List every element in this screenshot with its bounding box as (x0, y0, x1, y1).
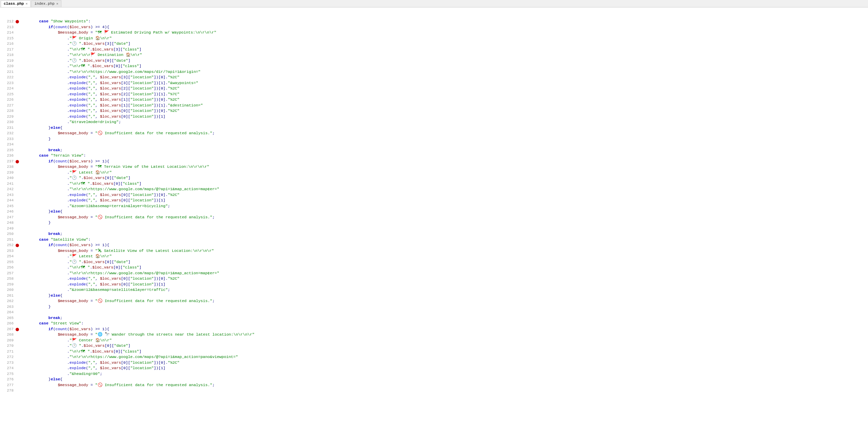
code-line-237: 237 if(count($loc_vars) >= 1){ (3, 159, 868, 164)
code-line-235: 235 break; (3, 147, 868, 153)
line-number: 242 (3, 186, 14, 192)
line-number: 219 (3, 58, 14, 64)
code-line-224: 224 .explode(",", $loc_vars[2]["location… (3, 86, 868, 92)
tab-close-class[interactable]: ✕ (25, 2, 27, 6)
code-content: .explode(",", $loc_vars[3]["location"])[… (20, 80, 868, 86)
code-line-214: 214 $message_body = "🗺 🚩 Estimated Drivi… (3, 30, 868, 36)
code-line-213: 213 if(count($loc_vars) >= 4){ (3, 24, 868, 30)
line-number: 248 (3, 220, 14, 226)
line-number: 212 (3, 19, 14, 24)
code-line-233: 233 } (3, 136, 868, 142)
code-content: }else{ (20, 209, 868, 215)
line-number: 261 (3, 293, 14, 299)
code-line-244: 244 .explode(",", $loc_vars[0]["location… (3, 198, 868, 203)
code-line-228: 228 .explode(",", $loc_vars[0]["location… (3, 108, 868, 114)
breakpoint-cell[interactable] (16, 19, 20, 24)
line-number: 238 (3, 164, 14, 170)
line-number: 249 (3, 226, 14, 232)
code-line-251: 251 case "Satellite View": (3, 237, 868, 243)
code-content: ."🕐 ".$loc_vars[3]["date"] (20, 41, 868, 47)
code-content: break; (20, 147, 868, 153)
code-content: ."🕐 ".$loc_vars[0]["date"] (20, 175, 868, 181)
line-number: 234 (3, 142, 14, 147)
code-content: ."\n\r\n\r🚩 Destination 🏠\n\r" (20, 52, 868, 58)
tab-close-index[interactable]: ✕ (56, 2, 58, 6)
code-content: $message_body = "🚫 Insufficient data for… (20, 298, 868, 304)
line-number: 214 (3, 30, 14, 36)
code-line-243: 243 .explode(",", $loc_vars[0]["location… (3, 192, 868, 198)
line-number: 222 (3, 75, 14, 80)
code-line-252: 252 if(count($loc_vars) >= 1){ (3, 242, 868, 248)
line-number: 218 (3, 52, 14, 58)
breakpoint-dot (16, 20, 19, 23)
code-line-253: 253 $message_body = "🛰 Satellite View of… (3, 248, 868, 254)
code-line-273: 273 .explode(",", $loc_vars[0]["location… (3, 360, 868, 366)
line-number: 260 (3, 287, 14, 293)
line-number: 247 (3, 215, 14, 220)
line-number: 262 (3, 298, 14, 304)
line-number: 223 (3, 80, 14, 86)
line-number: 253 (3, 248, 14, 254)
code-line-262: 262 $message_body = "🚫 Insufficient data… (3, 298, 868, 304)
code-content: .explode(",", $loc_vars[0]["location"])[… (20, 198, 868, 203)
code-line-231: 231 }else{ (3, 125, 868, 131)
breakpoint-dot (16, 244, 19, 247)
code-content: .explode(",", $loc_vars[0]["location"])[… (20, 192, 868, 198)
line-number: 236 (3, 153, 14, 159)
line-number: 277 (3, 382, 14, 388)
line-number: 224 (3, 86, 14, 92)
code-line-266: 266 case "Street View": (3, 321, 868, 326)
code-content: ."\n\r🗺 ".$loc_vars[0]["class"] (20, 265, 868, 271)
code-content: ."\n\r\n\rhttps://www.google.com/maps/di… (20, 69, 868, 75)
code-line-254: 254 ."🚩 Latest 🏠\n\r" (3, 254, 868, 259)
code-content: ."&zoom=12&basemap=terrain&layer=bicycli… (20, 203, 868, 209)
line-number: 267 (3, 326, 14, 332)
line-number: 221 (3, 69, 14, 75)
tab-bar: class.php ✕ index.php ✕ (0, 0, 868, 7)
code-content: $message_body = "🚫 Insufficient data for… (20, 215, 868, 220)
code-line-223: 223 .explode(",", $loc_vars[3]["location… (3, 80, 868, 86)
editor-area: 212 case "Show Waypoints":213 if(count($… (0, 7, 868, 439)
code-content: ."🚩 Latest 🏠\n\r" (20, 254, 868, 259)
code-line-274: 274 .explode(",", $loc_vars[0]["location… (3, 365, 868, 371)
breakpoint-cell[interactable] (16, 242, 20, 248)
code-content: ."\n\r🗺 ".$loc_vars[0]["class"] (20, 349, 868, 355)
code-content: ."\n\r\n\rhttps://www.google.com/maps/@?… (20, 186, 868, 192)
code-line-271: 271 ."\n\r🗺 ".$loc_vars[0]["class"] (3, 349, 868, 355)
code-line-227: 227 .explode(",", $loc_vars[1]["location… (3, 103, 868, 108)
tab-class-php[interactable]: class.php ✕ (1, 0, 31, 7)
code-content: ."&travelmode=driving"; (20, 119, 868, 125)
code-line-256: 256 ."\n\r🗺 ".$loc_vars[0]["class"] (3, 265, 868, 271)
line-number: 266 (3, 321, 14, 326)
code-line-277: 277 $message_body = "🚫 Insufficient data… (3, 382, 868, 388)
tab-label-index: index.php (34, 2, 54, 6)
code-content: ."\n\r\n\rhttps://www.google.com/maps/@?… (20, 354, 868, 360)
code-content: $message_body = "🗺 Terrain View of the L… (20, 164, 868, 170)
line-number: 268 (3, 332, 14, 338)
code-area[interactable]: 212 case "Show Waypoints":213 if(count($… (0, 7, 868, 439)
code-line-255: 255 ."🕐 ".$loc_vars[0]["date"] (3, 259, 868, 265)
line-number: 278 (3, 388, 14, 394)
line-number: 240 (3, 175, 14, 181)
line-number: 255 (3, 259, 14, 265)
code-line-260: 260 ."&zoom=12&basemap=satellite&layer=t… (3, 287, 868, 293)
line-number: 227 (3, 103, 14, 108)
code-content: case "Show Waypoints": (20, 19, 868, 24)
code-content: case "Terrain View": (20, 153, 868, 159)
code-content: $message_body = "🚫 Insufficient data for… (20, 382, 868, 388)
code-content: }else{ (20, 125, 868, 131)
breakpoint-cell[interactable] (16, 159, 20, 164)
line-number: 232 (3, 131, 14, 136)
code-line-250: 250 break; (3, 231, 868, 237)
code-line-219: 219 ."🕐 ".$loc_vars[0]["date"] (3, 58, 868, 64)
code-line-275: 275 ."&heading=90"; (3, 371, 868, 377)
code-content: case "Satellite View": (20, 237, 868, 243)
code-content: ."&zoom=12&basemap=satellite&layer=traff… (20, 287, 868, 293)
code-line-248: 248 } (3, 220, 868, 226)
tab-index-php[interactable]: index.php ✕ (31, 0, 61, 7)
code-line-278: 278 (3, 388, 868, 394)
code-line-225: 225 .explode(",", $loc_vars[2]["location… (3, 92, 868, 97)
code-line-241: 241 ."\n\r🗺 ".$loc_vars[0]["class"] (3, 181, 868, 187)
breakpoint-cell[interactable] (16, 326, 20, 332)
line-number: 270 (3, 343, 14, 349)
